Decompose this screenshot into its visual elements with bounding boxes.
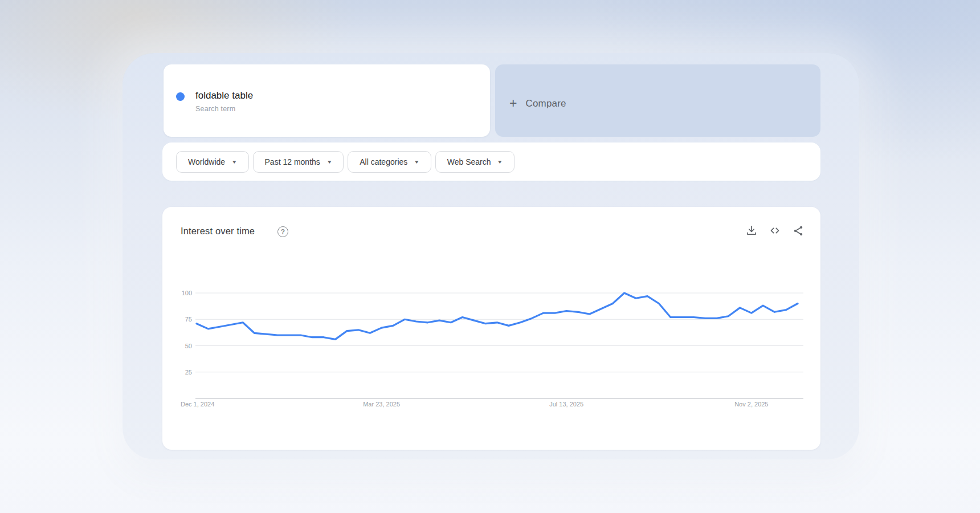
y-tick-label: 75 <box>185 316 192 323</box>
trends-explore-panel: foldable table Search term + Compare Wor… <box>122 53 859 459</box>
filter-pill-category[interactable]: All categories▼ <box>348 151 431 173</box>
filter-label: Web Search <box>447 157 491 166</box>
filter-pill-time-range[interactable]: Past 12 months▼ <box>253 151 344 173</box>
x-tick-label: Dec 1, 2024 <box>181 401 214 408</box>
chevron-down-icon: ▼ <box>414 159 420 165</box>
chevron-down-icon: ▼ <box>497 159 503 165</box>
gridlines <box>195 293 803 398</box>
search-term-subtitle: Search term <box>195 105 235 113</box>
trend-line-series <box>197 293 798 339</box>
filter-pill-geo[interactable]: Worldwide▼ <box>176 151 249 173</box>
x-tick-label: Nov 2, 2025 <box>734 401 768 408</box>
filter-label: All categories <box>360 157 407 166</box>
google-trends-page: { "search_card": { "term": "foldable tab… <box>0 0 980 513</box>
plus-icon: + <box>509 97 517 110</box>
filter-bar: Worldwide▼Past 12 months▼All categories▼… <box>162 142 820 181</box>
y-tick-label: 25 <box>185 369 192 376</box>
filter-label: Worldwide <box>188 157 225 166</box>
compare-add-card[interactable]: + Compare <box>495 64 820 137</box>
x-tick-label: Jul 13, 2025 <box>549 401 583 408</box>
interest-over-time-card: Interest over time ? 255075100Dec 1, 202… <box>162 207 820 450</box>
y-tick-label: 100 <box>182 290 192 296</box>
compare-label: Compare <box>525 98 566 109</box>
search-term-card[interactable]: foldable table Search term <box>164 64 490 137</box>
series-color-dot <box>176 92 185 101</box>
filter-pill-search-type[interactable]: Web Search▼ <box>435 151 514 173</box>
chevron-down-icon: ▼ <box>231 159 238 165</box>
filter-label: Past 12 months <box>265 157 320 166</box>
interest-line-chart[interactable]: 255075100Dec 1, 2024Mar 23, 2025Jul 13, … <box>162 207 820 450</box>
axis-labels: 255075100Dec 1, 2024Mar 23, 2025Jul 13, … <box>181 290 769 408</box>
chevron-down-icon: ▼ <box>326 159 333 165</box>
y-tick-label: 50 <box>185 343 192 349</box>
search-term-title: foldable table <box>195 89 253 102</box>
x-tick-label: Mar 23, 2025 <box>363 401 400 408</box>
